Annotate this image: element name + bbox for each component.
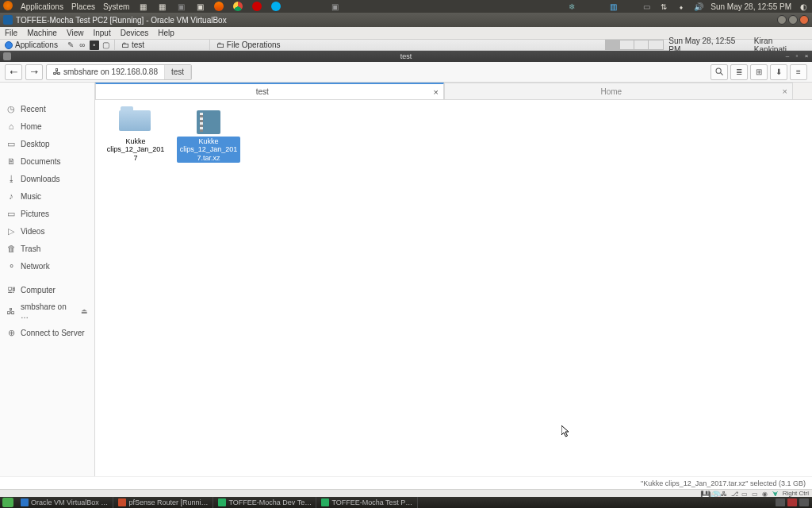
pencil-icon[interactable]: ✎	[66, 40, 75, 50]
sidebar-item-desktop[interactable]: ▭Desktop	[0, 135, 94, 152]
vm-window-titlebar: TOFFEE-Mocha Test PC2 [Running] - Oracle…	[0, 13, 812, 27]
nautilus-tabs: test × Home ×	[95, 83, 812, 100]
vm-disk-icon[interactable]: 💾	[700, 491, 708, 497]
path-seg-current[interactable]: test	[165, 65, 191, 79]
close-button[interactable]	[799, 15, 809, 25]
files-icon[interactable]: ▣	[194, 1, 205, 12]
firefox-icon[interactable]	[213, 1, 224, 12]
list-view-button[interactable]: ≣	[730, 64, 748, 80]
ubuntu-icon[interactable]	[3, 1, 13, 12]
workspace-pager[interactable]	[605, 40, 664, 50]
clock-icon: ◷	[6, 104, 16, 114]
window-icon[interactable]: ▢	[102, 40, 111, 50]
taskbar-item-test[interactable]: 🗀 test	[114, 40, 209, 50]
vm-shared-icon[interactable]: ▭	[741, 491, 749, 497]
sidebar-item-downloads[interactable]: ⭳Downloads	[0, 170, 94, 187]
forward-button[interactable]: 🠒	[25, 64, 43, 80]
taskbar-item[interactable]: TOFFEE-Mocha Dev Te…	[213, 497, 316, 508]
opera-icon[interactable]	[251, 1, 262, 12]
host-clock[interactable]: Sun May 28, 12:55 PM	[710, 2, 791, 11]
sidebar-item-music[interactable]: ♪Music	[0, 187, 94, 205]
home-icon: ⌂	[6, 121, 16, 131]
terminal-app-icon[interactable]: ▣	[329, 1, 340, 12]
view-options-button[interactable]: ⬇	[770, 64, 787, 80]
guest-applications-button[interactable]: Applications	[0, 40, 63, 50]
tab-close-icon[interactable]: ×	[429, 87, 443, 97]
terminal-icon[interactable]: ▪	[90, 40, 99, 50]
grid-view-button[interactable]: ⊞	[750, 64, 768, 80]
vm-optical-icon[interactable]: 💿	[710, 491, 718, 497]
vm-mouse-icon[interactable]: ⮟	[772, 491, 780, 497]
show-desktop-button[interactable]	[2, 498, 13, 507]
tray-network-icon[interactable]: ⇅	[658, 1, 669, 12]
tab-close-icon[interactable]: ×	[778, 87, 792, 96]
taskbar-item[interactable]: TOFFEE-Mocha Test P…	[316, 497, 418, 508]
tab-test[interactable]: test ×	[95, 83, 444, 99]
sidebar-item-home[interactable]: ⌂Home	[0, 117, 94, 135]
folder-icon	[119, 110, 151, 131]
tray-power-icon[interactable]: ◐	[798, 1, 809, 12]
minimize-icon[interactable]: –	[783, 52, 791, 60]
app-launcher-icon[interactable]: ▦	[137, 1, 148, 12]
skype-icon[interactable]	[270, 1, 282, 12]
vm-menu-file[interactable]: File	[5, 29, 17, 37]
sidebar-item-computer[interactable]: 🖳Computer	[0, 281, 94, 298]
tab-home[interactable]: Home ×	[444, 83, 793, 99]
chrome-icon[interactable]	[232, 1, 243, 12]
eject-icon[interactable]: ⏏	[81, 307, 88, 315]
file-item-folder[interactable]: Kukke clips_12_Jan_2017	[102, 108, 170, 165]
tray-weather-icon[interactable]: ❄	[566, 1, 577, 12]
sidebar-item-connect-server[interactable]: ⊕Connect to Server	[0, 324, 94, 341]
sidebar-item-pictures[interactable]: ▭Pictures	[0, 205, 94, 222]
host-menu-applications[interactable]: Applications	[21, 2, 63, 11]
downloads-icon: ⭳	[6, 174, 16, 183]
file-item-archive[interactable]: Kukke clips_12_Jan_2017.tar.xz	[174, 108, 243, 165]
close-icon[interactable]: ×	[802, 52, 810, 60]
maximize-button[interactable]	[788, 15, 798, 25]
hamburger-menu-button[interactable]: ≡	[790, 64, 807, 80]
vm-menu-devices[interactable]: Devices	[121, 29, 149, 37]
vm-record-icon[interactable]: ◉	[762, 491, 770, 497]
taskbar-item-fileops[interactable]: 🗀 File Operations	[209, 40, 605, 50]
terminal-icon[interactable]: ▣	[175, 1, 186, 12]
sidebar-item-videos[interactable]: ▷Videos	[0, 222, 94, 240]
vm-menu-help[interactable]: Help	[158, 29, 174, 37]
sidebar-item-smbshare[interactable]: 🖧smbshare on …⏏	[0, 298, 94, 324]
vm-hostkey-label: Right Ctrl	[783, 490, 809, 497]
music-icon: ♪	[6, 191, 16, 201]
back-button[interactable]: 🠐	[5, 64, 22, 80]
sidebar-item-recent[interactable]: ◷Recent	[0, 100, 94, 117]
tray-bluetooth-icon[interactable]: ⬧	[676, 1, 687, 12]
tray-screenshot-icon[interactable]: ▭	[641, 1, 652, 12]
vm-menu-machine[interactable]: Machine	[27, 29, 57, 37]
search-icon	[715, 67, 724, 76]
sidebar-item-trash[interactable]: 🗑Trash	[0, 240, 94, 257]
path-seg-share[interactable]: 🖧 smbshare on 192.168.0.88	[47, 65, 165, 79]
tray-volume-icon[interactable]: 🔊	[693, 1, 704, 12]
file-view[interactable]: Kukke clips_12_Jan_2017 Kukke clips_12_J…	[95, 100, 812, 476]
vm-display-icon[interactable]: ▭	[752, 491, 760, 497]
maximize-icon[interactable]: ▫	[793, 52, 801, 60]
host-menu-system[interactable]: System	[103, 2, 129, 11]
link-icon[interactable]: ∞	[78, 40, 87, 50]
svg-point-0	[716, 68, 721, 73]
sidebar-item-documents[interactable]: 🗎Documents	[0, 152, 94, 170]
tray-icon[interactable]	[799, 498, 809, 506]
tray-icon[interactable]	[776, 498, 785, 506]
vm-menu-view[interactable]: View	[67, 29, 84, 37]
search-button[interactable]	[710, 64, 728, 80]
taskbar-item[interactable]: pfSense Router [Runni…	[113, 497, 213, 508]
minimize-button[interactable]	[777, 15, 787, 25]
vm-menu-input[interactable]: Input	[93, 29, 110, 37]
taskbar-item[interactable]: Oracle VM VirtualBox …	[16, 497, 113, 508]
tray-icon[interactable]	[787, 498, 797, 506]
vm-net-icon[interactable]: 🖧	[721, 491, 729, 497]
host-menu-places[interactable]: Places	[71, 2, 95, 11]
vm-usb-icon[interactable]: ⎇	[731, 491, 739, 497]
tray-monitor-icon[interactable]: ▥	[607, 1, 619, 12]
network-icon: ⚬	[6, 261, 16, 271]
app-launcher-icon[interactable]: ▦	[156, 1, 167, 12]
desktop-icon: ▭	[6, 139, 16, 148]
documents-icon: 🗎	[6, 156, 16, 166]
sidebar-item-network[interactable]: ⚬Network	[0, 257, 94, 275]
